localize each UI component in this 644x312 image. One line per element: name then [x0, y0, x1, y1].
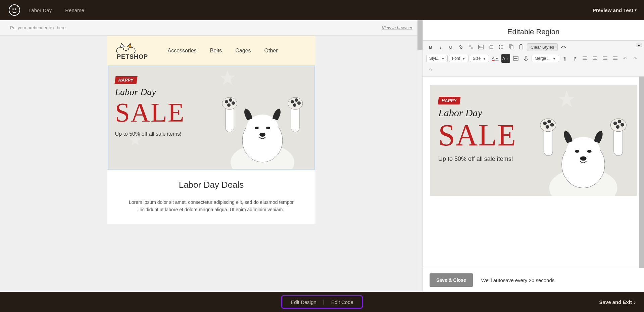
editor-panel: Editable Region B I U 123 Clear Styles <…	[423, 20, 644, 292]
svg-point-67	[587, 150, 592, 153]
email-container: PETSHOP Accessories Belts Cages Other HA…	[107, 36, 315, 224]
svg-point-5	[128, 48, 129, 50]
underline-button[interactable]: U	[446, 43, 455, 51]
paste-button[interactable]	[517, 43, 526, 51]
nav-cages[interactable]: Cages	[235, 48, 251, 54]
svg-point-71	[543, 122, 547, 125]
numbered-list-button[interactable]: 123	[487, 43, 495, 51]
view-in-browser-link[interactable]: View in browser	[382, 25, 412, 30]
svg-point-37	[499, 48, 500, 49]
save-exit-label: Save and Exit	[599, 299, 632, 305]
svg-point-78	[618, 120, 622, 123]
styles-dropdown[interactable]: Styl...▼	[426, 55, 448, 62]
svg-point-72	[547, 120, 551, 123]
svg-point-28	[480, 46, 481, 47]
svg-point-73	[550, 123, 554, 127]
left-scrollbar[interactable]	[417, 20, 423, 292]
editor-toolbar: B I U 123 Clear Styles <> ▲ Styl...▼ Fon…	[423, 40, 644, 77]
svg-point-19	[232, 101, 235, 105]
content-title: Labor Day Deals	[121, 180, 302, 190]
editor-scrollbar-thumb[interactable]	[639, 77, 644, 268]
font-dropdown[interactable]: Font▼	[449, 55, 468, 62]
autosave-text: We'll autosave every 20 seconds	[481, 277, 555, 283]
svg-point-14	[259, 133, 265, 137]
merge-tags-dropdown[interactable]: Merge ...▼	[532, 55, 559, 62]
svg-point-12	[255, 127, 259, 129]
svg-point-17	[225, 100, 228, 103]
svg-point-36	[499, 47, 500, 48]
edit-design-link[interactable]: Edit Design	[291, 299, 316, 305]
hr-button[interactable]	[511, 54, 520, 63]
svg-point-74	[546, 125, 549, 129]
toolbar-collapse-icon[interactable]: ▲	[636, 43, 642, 47]
nav-accessories[interactable]: Accessories	[168, 48, 197, 54]
rtl-button[interactable]: ¶	[571, 54, 579, 63]
align-left-button[interactable]	[581, 54, 589, 63]
hero-block-selected[interactable]: HAPPY Labor Day SALE Up to 50% off all s…	[108, 65, 315, 170]
svg-rect-42	[510, 46, 513, 49]
content-text: Lorem ipsum dolor sit amet, consectetur …	[121, 198, 302, 214]
bullet-list-button[interactable]	[497, 43, 505, 51]
ltr-button[interactable]: ¶	[560, 54, 569, 63]
editor-scrollbar[interactable]	[639, 77, 644, 268]
save-close-button[interactable]: Save & Close	[430, 273, 473, 287]
size-dropdown[interactable]: Size▼	[470, 55, 489, 62]
svg-point-1	[12, 8, 14, 10]
svg-point-24	[295, 98, 298, 102]
left-scrollbar-thumb[interactable]	[417, 20, 423, 50]
redo-secondary-icon[interactable]: ↷	[426, 65, 435, 74]
email-header: PETSHOP Accessories Belts Cages Other	[107, 36, 315, 65]
svg-rect-44	[520, 44, 522, 45]
bg-color-button[interactable]: A▼	[501, 54, 510, 63]
nav-belts[interactable]: Belts	[210, 48, 222, 54]
bottom-center-highlighted: Edit Design | Edit Code	[281, 295, 363, 309]
content-section[interactable]: Labor Day Deals Lorem ipsum dolor sit am…	[107, 170, 315, 224]
preheader-row: Put your preheader text here View in bro…	[0, 20, 423, 36]
svg-point-13	[266, 127, 270, 129]
image-button[interactable]	[477, 43, 485, 51]
align-justify-button[interactable]	[611, 54, 620, 63]
copy-button[interactable]	[507, 43, 515, 51]
svg-point-68	[580, 156, 586, 161]
redo-button[interactable]: ↷	[631, 54, 640, 63]
edit-code-link[interactable]: Edit Code	[331, 299, 353, 305]
svg-point-25	[297, 101, 301, 105]
bold-button[interactable]: B	[426, 43, 435, 51]
preheader-placeholder[interactable]: Put your preheader text here	[10, 25, 66, 30]
editor-title: Editable Region	[423, 20, 644, 40]
svg-point-18	[229, 98, 232, 102]
editor-happy-badge: HAPPY	[438, 97, 460, 104]
editor-hero-content[interactable]: HAPPY Labor Day SALE Up to 50% off all s…	[430, 85, 637, 196]
save-exit-button[interactable]: Save and Exit ›	[599, 299, 636, 305]
happy-badge: HAPPY	[114, 76, 137, 84]
main-area: Put your preheader text here View in bro…	[0, 20, 644, 292]
top-bar: Labor Day Rename Preview and Test ▼	[0, 0, 644, 20]
petshop-logo: PETSHOP	[114, 41, 151, 60]
preview-test-dropdown[interactable]: Preview and Test ▼	[593, 7, 637, 13]
nav-other[interactable]: Other	[264, 48, 278, 54]
undo-button[interactable]: ↶	[621, 54, 630, 63]
dog-image	[214, 92, 311, 169]
svg-point-2	[15, 8, 16, 10]
campaign-name[interactable]: Labor Day	[29, 7, 52, 13]
italic-button[interactable]: I	[436, 43, 445, 51]
anchor-button[interactable]	[522, 54, 530, 63]
chevron-right-icon: ›	[634, 299, 636, 305]
svg-point-35	[499, 45, 500, 46]
align-center-button[interactable]	[591, 54, 599, 63]
text-color-button[interactable]: A▼	[490, 54, 500, 63]
editor-body[interactable]: HAPPY Labor Day SALE Up to 50% off all s…	[423, 77, 644, 268]
svg-point-66	[575, 150, 579, 153]
svg-marker-8	[129, 134, 141, 146]
svg-text:3: 3	[489, 48, 490, 50]
clear-styles-button[interactable]: Clear Styles	[527, 43, 558, 51]
unlink-button[interactable]	[466, 43, 475, 51]
align-right-button[interactable]	[601, 54, 609, 63]
source-code-button[interactable]: <>	[559, 43, 568, 51]
mailchimp-logo[interactable]	[7, 3, 22, 18]
svg-rect-43	[519, 45, 523, 49]
link-button[interactable]	[456, 43, 465, 51]
svg-point-47	[525, 56, 527, 57]
bottom-divider: |	[323, 299, 325, 305]
rename-link[interactable]: Rename	[65, 7, 84, 13]
